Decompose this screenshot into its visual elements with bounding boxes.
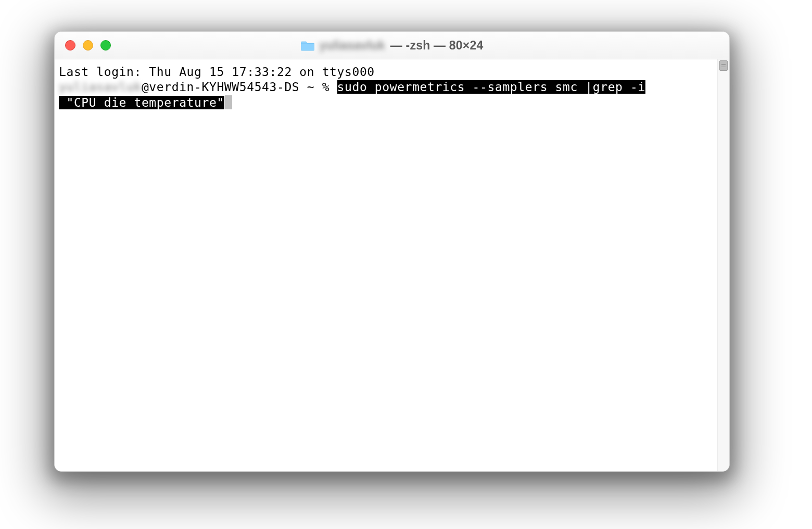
prompt-host: @verdin-KYHWW54543-DS ~ % [142,80,337,94]
text-cursor [225,95,232,109]
window-title: yuliasavluk — -zsh — 80×24 [301,39,484,53]
terminal-window: yuliasavluk — -zsh — 80×24 Last login: T… [54,31,730,472]
terminal-output[interactable]: Last login: Thu Aug 15 17:33:22 on ttys0… [55,59,717,471]
command-text-line2: "CPU die temperature" [59,96,224,109]
window-title-suffix: — -zsh — 80×24 [390,39,484,53]
last-login-line: Last login: Thu Aug 15 17:33:22 on ttys0… [59,65,375,79]
window-content: Last login: Thu Aug 15 17:33:22 on ttys0… [55,59,729,471]
traffic-lights [65,40,111,51]
window-title-folder-name: yuliasavluk [320,39,385,53]
scrollbar-vertical[interactable] [717,59,729,471]
minimize-button[interactable] [83,40,93,51]
close-button[interactable] [65,40,75,51]
zoom-button[interactable] [100,40,111,51]
folder-icon [301,40,314,51]
window-titlebar[interactable]: yuliasavluk — -zsh — 80×24 [55,32,729,59]
scrollbar-thumb[interactable] [719,60,728,71]
prompt-username: yuliasavluk [59,80,142,94]
command-text-line1: sudo powermetrics --samplers smc |grep -… [337,80,645,94]
